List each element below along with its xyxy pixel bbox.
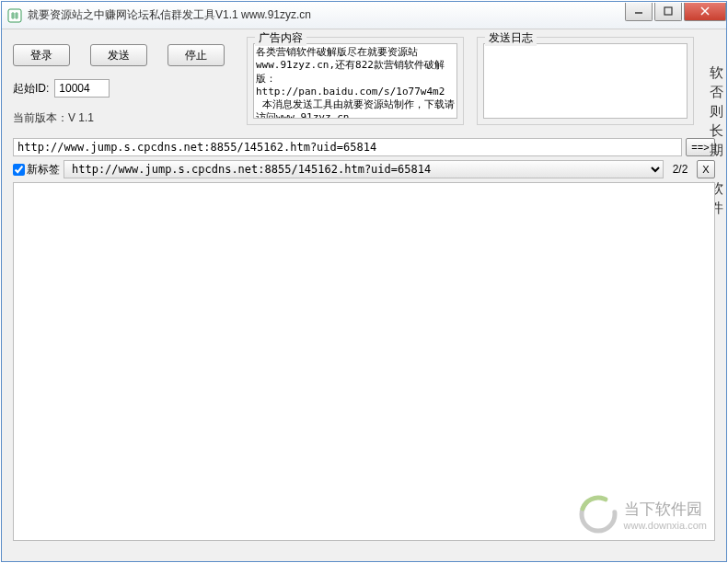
titlebar: 就要资源站之中赚网论坛私信群发工具V1.1 www.91zyz.cn xyxy=(2,2,726,29)
watermark-logo-icon xyxy=(578,494,618,534)
content-area: 登录 发送 停止 起始ID: 当前版本：V 1.1 广告内容 各类营销软件破解版… xyxy=(2,29,726,561)
top-panel: 登录 发送 停止 起始ID: 当前版本：V 1.1 广告内容 各类营销软件破解版… xyxy=(13,37,715,131)
send-log-label: 发送日志 xyxy=(485,30,537,46)
new-tab-label: 新标签 xyxy=(27,162,60,178)
browser-viewport[interactable]: 当下软件园 www.downxia.com xyxy=(13,182,715,541)
watermark: 当下软件园 www.downxia.com xyxy=(578,494,707,534)
watermark-url: www.downxia.com xyxy=(624,520,707,531)
minimize-button[interactable] xyxy=(625,3,653,21)
close-button[interactable] xyxy=(684,3,726,21)
version-label: 当前版本：V 1.1 xyxy=(13,110,234,126)
svg-point-4 xyxy=(578,494,618,534)
start-id-label: 起始ID: xyxy=(13,81,49,97)
app-icon xyxy=(7,8,22,23)
tab-select[interactable]: http://www.jump.s.cpcdns.net:8855/145162… xyxy=(64,160,664,178)
window-title: 就要资源站之中赚网论坛私信群发工具V1.1 www.91zyz.cn xyxy=(28,7,625,23)
new-tab-checkbox-wrap[interactable]: 新标签 xyxy=(13,162,60,178)
window-controls xyxy=(625,3,726,21)
start-id-row: 起始ID: xyxy=(13,79,234,98)
login-button[interactable]: 登录 xyxy=(13,44,70,66)
url-bar-row: ==> xyxy=(13,138,715,156)
new-tab-checkbox[interactable] xyxy=(13,164,25,176)
ad-content-fieldset: 广告内容 各类营销软件破解版尽在就要资源站www.91zyz.cn,还有822款… xyxy=(247,37,464,125)
app-window: 就要资源站之中赚网论坛私信群发工具V1.1 www.91zyz.cn 登录 发送… xyxy=(1,1,727,562)
maximize-button[interactable] xyxy=(654,3,682,21)
action-buttons: 登录 发送 停止 xyxy=(13,37,234,66)
tab-bar-row: 新标签 http://www.jump.s.cpcdns.net:8855/14… xyxy=(13,160,715,178)
send-log-fieldset: 发送日志 xyxy=(477,37,694,125)
send-button[interactable]: 发送 xyxy=(90,44,147,66)
left-controls: 登录 发送 停止 起始ID: 当前版本：V 1.1 xyxy=(13,37,234,126)
stop-button[interactable]: 停止 xyxy=(168,44,225,66)
tab-count: 2/2 xyxy=(667,163,693,176)
send-log-textarea[interactable] xyxy=(483,43,688,119)
ad-content-textarea[interactable]: 各类营销软件破解版尽在就要资源站www.91zyz.cn,还有822款营销软件破… xyxy=(253,43,457,119)
url-input[interactable] xyxy=(13,138,682,156)
ad-content-label: 广告内容 xyxy=(255,30,306,46)
svg-rect-2 xyxy=(664,7,672,15)
watermark-name: 当下软件园 xyxy=(624,499,707,520)
start-id-input[interactable] xyxy=(54,79,110,98)
